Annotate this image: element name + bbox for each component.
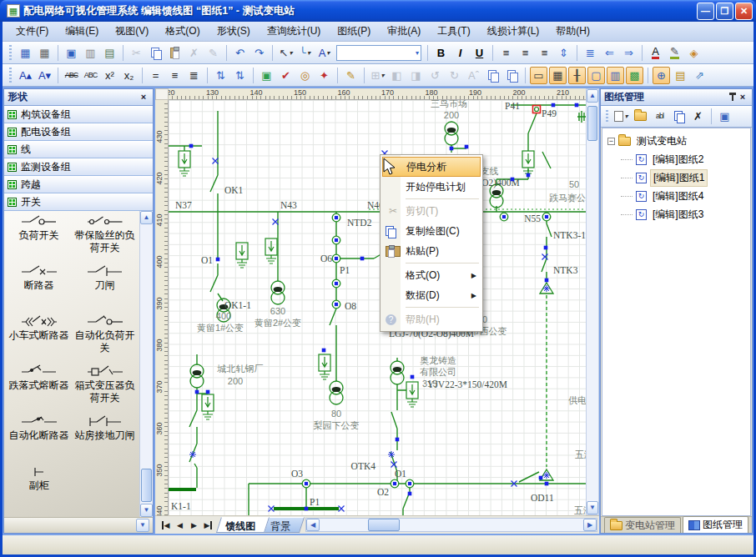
- selection-handle[interactable]: [544, 246, 548, 250]
- bullets-icon[interactable]: ≣: [582, 44, 599, 62]
- prev-sheet-button[interactable]: ◀: [173, 519, 187, 532]
- tree-expander-icon[interactable]: −: [607, 138, 615, 145]
- context-menu-item-copy-drawing[interactable]: 复制绘图(C): [382, 221, 481, 241]
- selection-handle[interactable]: [527, 173, 531, 178]
- close-icon[interactable]: ×: [737, 92, 748, 103]
- italic-icon[interactable]: I: [451, 44, 469, 62]
- align-right-icon[interactable]: ≡: [536, 44, 553, 62]
- decrease-indent-icon[interactable]: ⇐: [601, 44, 618, 62]
- delete-drawing-icon[interactable]: ✗: [689, 108, 707, 125]
- menu-item-line-loss[interactable]: 线损计算(L): [479, 22, 548, 41]
- minimize-button[interactable]: —: [697, 3, 714, 20]
- close-button[interactable]: ✕: [735, 3, 753, 20]
- increase-indent-icon[interactable]: ⇒: [620, 44, 638, 62]
- diagram-canvas[interactable]: 三鸟市场200P41P49梨园下支线GYJ-70(N46-O2)400MOK1O…: [169, 100, 586, 515]
- properties-icon[interactable]: ▤: [672, 67, 689, 84]
- scroll-up-icon[interactable]: ▲: [587, 89, 598, 103]
- subscript-icon[interactable]: x₂: [120, 67, 138, 84]
- table-window-icon[interactable]: ▦: [36, 44, 53, 62]
- line-spacing-1-icon[interactable]: =: [147, 67, 164, 84]
- selection-handle[interactable]: [335, 216, 338, 219]
- selection-handle[interactable]: [408, 482, 411, 485]
- tree-item-sheet3[interactable]: ↻[编辑]图纸3: [602, 205, 750, 223]
- superscript-icon[interactable]: x²: [101, 67, 118, 84]
- bold-icon[interactable]: B: [432, 44, 450, 62]
- shape-knife-switch[interactable]: 刀闸: [72, 264, 138, 309]
- menu-item-edit[interactable]: 编辑(E): [57, 22, 107, 41]
- menu-item-approve[interactable]: 审批(A): [379, 22, 429, 41]
- selection-handle[interactable]: [539, 476, 543, 480]
- new-drawing-icon[interactable]: ▾: [612, 108, 630, 125]
- font-color-icon[interactable]: A: [647, 44, 664, 62]
- browse-query-icon[interactable]: ◎: [296, 67, 314, 84]
- ruler-toggle-icon[interactable]: ▭: [530, 67, 547, 84]
- selection-handle[interactable]: [322, 349, 326, 353]
- group-scroll-down-icon[interactable]: ▼: [136, 519, 149, 532]
- align-center-icon[interactable]: ≡: [517, 44, 534, 62]
- tree-item-sheet4[interactable]: ↻[编辑]图纸4: [602, 187, 750, 205]
- shape-drop-fuse[interactable]: 跌落式熔断器: [6, 364, 72, 409]
- edit-note-icon[interactable]: ✎: [342, 67, 360, 84]
- context-menu-item-power-outage-analysis[interactable]: 停电分析: [382, 157, 481, 177]
- pan-zoom-icon[interactable]: ⊕: [653, 67, 670, 84]
- save-icon[interactable]: ▣: [63, 44, 80, 62]
- shape-breaker[interactable]: 断路器: [6, 264, 72, 309]
- scrollbar-track[interactable]: [320, 519, 583, 531]
- selection-handle[interactable]: [408, 492, 412, 496]
- selection-handle[interactable]: [465, 145, 469, 149]
- undo-icon[interactable]: ↶: [231, 44, 249, 62]
- shape-fused-load-switch[interactable]: 带保险丝的负荷开关: [72, 214, 138, 259]
- sheet-tab-1[interactable]: 馈线图: [216, 517, 270, 533]
- guides-toggle-icon[interactable]: ╂: [568, 67, 586, 84]
- shape-box-transformer-load-switch[interactable]: 箱式变压器负荷开关: [72, 364, 138, 409]
- align-left-icon[interactable]: ≡: [497, 44, 515, 62]
- scroll-left-icon[interactable]: ◀: [306, 519, 320, 531]
- shape-station-ground-knife[interactable]: 站房接地刀闸: [72, 414, 138, 459]
- approve-icon[interactable]: ✔: [277, 67, 295, 84]
- shape-group-building-equipment[interactable]: 构筑设备组: [4, 106, 153, 123]
- context-menu-item-format[interactable]: 格式(O)▶: [382, 265, 481, 285]
- tree-item-sheet1[interactable]: ↻[编辑]图纸1: [602, 168, 750, 187]
- tab-drawing-manage[interactable]: 图纸管理: [683, 516, 748, 533]
- scroll-down-icon[interactable]: ▼: [140, 504, 153, 517]
- menu-item-help[interactable]: 帮助(H): [547, 22, 598, 41]
- selection-handle[interactable]: [189, 144, 194, 148]
- selection-handle[interactable]: [206, 390, 210, 394]
- pointer-tool-icon[interactable]: ↖▾: [277, 44, 295, 62]
- shape-aux-cabinet[interactable]: 副柜: [6, 464, 72, 509]
- menu-item-shape[interactable]: 形状(S): [209, 22, 259, 41]
- selection-handle[interactable]: [335, 303, 338, 306]
- grid-toggle-icon[interactable]: ▦: [549, 67, 567, 84]
- scrollbar-thumb[interactable]: [141, 469, 152, 502]
- scrollbar-thumb[interactable]: [587, 106, 597, 141]
- open-drawing-icon[interactable]: [632, 108, 649, 125]
- shape-group-switch[interactable]: 开关: [4, 193, 153, 211]
- selection-handle[interactable]: [335, 257, 338, 260]
- space-before-icon[interactable]: ⇅: [212, 67, 229, 84]
- text-tool-icon[interactable]: A▾: [315, 44, 333, 62]
- scrollbar-track[interactable]: [140, 224, 153, 504]
- next-sheet-button[interactable]: ▶: [187, 519, 201, 532]
- underline-icon[interactable]: U: [471, 44, 488, 62]
- space-after-icon[interactable]: ⇅: [231, 67, 249, 84]
- print-icon[interactable]: ▤: [101, 44, 118, 62]
- shape-group-monitoring-equipment[interactable]: 监测设备组: [4, 158, 153, 176]
- selection-handle[interactable]: [305, 482, 308, 485]
- diagram-window-icon[interactable]: ▦: [17, 44, 34, 62]
- selection-handle[interactable]: [335, 282, 338, 285]
- strikethrough-icon[interactable]: ABC: [63, 67, 80, 84]
- shape-group-distribution-equipment[interactable]: 配电设备组: [4, 123, 153, 141]
- context-menu-item-data[interactable]: 数据(D)▶: [382, 285, 481, 305]
- menu-item-format[interactable]: 格式(O): [157, 22, 208, 41]
- last-sheet-button[interactable]: ▶: [201, 519, 215, 532]
- map-toggle-icon[interactable]: ▩: [626, 67, 643, 84]
- stamp-icon[interactable]: ✦: [315, 67, 333, 84]
- shape-cart-breaker[interactable]: 小车式断路器: [6, 314, 72, 359]
- insert-picture-icon[interactable]: ▣: [258, 67, 275, 84]
- selection-handle[interactable]: [511, 178, 515, 182]
- dropdown-arrow-icon[interactable]: ▾: [414, 49, 421, 57]
- menu-item-view[interactable]: 视图(V): [107, 22, 157, 41]
- vertical-text-icon[interactable]: ⇕: [555, 44, 572, 62]
- scroll-down-icon[interactable]: ▼: [587, 501, 598, 514]
- shrink-font-icon[interactable]: A▾: [36, 67, 53, 84]
